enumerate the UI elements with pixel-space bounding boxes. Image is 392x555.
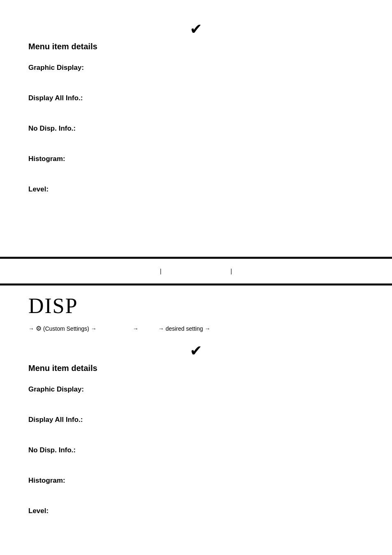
disp-graphic-display-label: Graphic Display:	[28, 385, 364, 394]
disp-checkmark-icon: ✔	[190, 342, 202, 359]
top-checkmark-icon: ✔	[190, 21, 202, 38]
nav-bar: | |	[0, 263, 392, 279]
disp-section: DISP → ⚙ (Custom Settings) → → → desired…	[0, 290, 392, 541]
disp-histogram-row: Histogram:	[28, 477, 364, 495]
nav-pipe-left: |	[158, 268, 163, 274]
top-section: ✔ Menu item details Graphic Display: Dis…	[0, 0, 392, 220]
histogram-row: Histogram:	[28, 155, 364, 173]
histogram-value	[28, 165, 364, 173]
disp-menu-item-details-header: Menu item details	[28, 364, 364, 373]
nav-pipe-right: |	[229, 268, 234, 274]
graphic-display-row: Graphic Display:	[28, 64, 364, 82]
disp-level-label: Level:	[28, 507, 364, 515]
desired-setting-text: → desired setting →	[158, 325, 210, 332]
graphic-display-label: Graphic Display:	[28, 64, 364, 72]
disp-display-all-info-row: Display All Info.:	[28, 416, 364, 434]
no-disp-info-label: No Disp. Info.:	[28, 124, 364, 133]
disp-level-row: Level:	[28, 507, 364, 525]
level-row: Level:	[28, 185, 364, 203]
nav-instruction: → ⚙ (Custom Settings) → → → desired sett…	[28, 321, 364, 334]
disp-graphic-display-row: Graphic Display:	[28, 385, 364, 403]
no-disp-info-row: No Disp. Info.:	[28, 124, 364, 143]
top-checkmark-container: ✔	[28, 12, 364, 42]
arrow-3: →	[133, 325, 138, 332]
display-all-info-row: Display All Info.:	[28, 94, 364, 112]
display-all-info-label: Display All Info.:	[28, 94, 364, 102]
gear-icon: ⚙	[36, 325, 42, 332]
disp-no-disp-info-label: No Disp. Info.:	[28, 446, 364, 454]
custom-settings-text: (Custom Settings)	[43, 325, 89, 332]
disp-title: DISP	[28, 294, 364, 318]
disp-checkmark-container: ✔	[28, 334, 364, 364]
arrow-1: →	[28, 325, 34, 332]
divider-top	[0, 257, 392, 259]
histogram-label: Histogram:	[28, 155, 364, 163]
disp-histogram-value	[28, 486, 364, 495]
arrow-2: →	[91, 325, 97, 332]
disp-no-disp-info-row: No Disp. Info.:	[28, 446, 364, 464]
disp-histogram-label: Histogram:	[28, 477, 364, 485]
disp-display-all-info-label: Display All Info.:	[28, 416, 364, 424]
level-label: Level:	[28, 185, 364, 193]
disp-graphic-display-value	[28, 395, 364, 403]
level-value	[28, 195, 364, 203]
menu-item-details-header: Menu item details	[28, 42, 364, 51]
disp-no-disp-info-value	[28, 456, 364, 464]
disp-menu-item-details-title: Menu item details	[28, 364, 364, 373]
no-disp-info-value	[28, 134, 364, 143]
disp-display-all-info-value	[28, 426, 364, 434]
graphic-display-value	[28, 74, 364, 82]
display-all-info-value	[28, 104, 364, 112]
disp-level-value	[28, 517, 364, 525]
menu-item-details-title: Menu item details	[28, 42, 364, 51]
divider-bottom	[0, 283, 392, 286]
